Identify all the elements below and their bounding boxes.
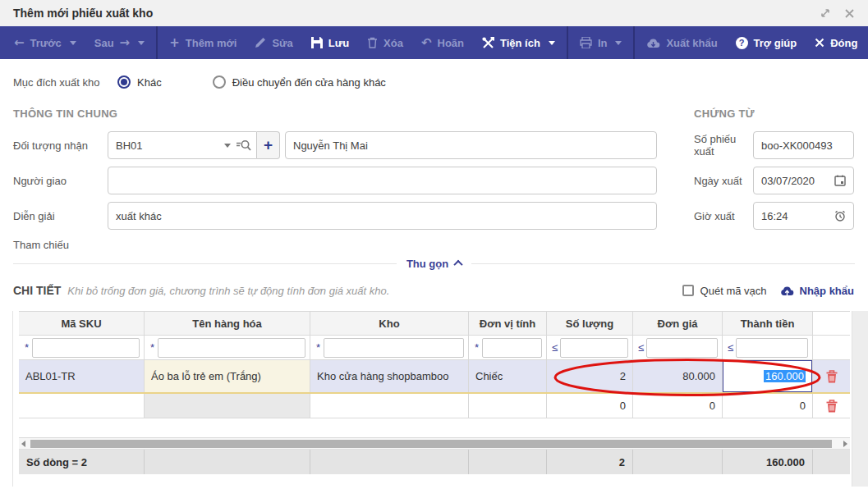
calendar-icon[interactable] <box>834 175 846 186</box>
chevron-down-icon[interactable] <box>615 41 622 45</box>
cell-warehouse[interactable]: Kho cửa hàng shopbamboo <box>310 360 469 392</box>
receiver-label: Đối tượng nhận <box>13 139 108 152</box>
grid-header-row: Mã SKU Tên hàng hóa Kho Đơn vị tính Số l… <box>19 311 850 336</box>
edit-button[interactable]: Sửa <box>246 26 301 59</box>
scroll-left-icon[interactable] <box>21 441 25 447</box>
column-header-name[interactable]: Tên hàng hóa <box>145 312 310 335</box>
table-row-selected[interactable]: ABL01-TR Áo ba lỗ trẻ em (Trắng) Kho cửa… <box>19 360 850 394</box>
delete-row-icon[interactable] <box>826 400 838 413</box>
slip-number-label: Số phiếu xuất <box>694 133 753 158</box>
slip-number-input[interactable] <box>761 139 846 152</box>
filter-input-sku[interactable] <box>32 338 140 358</box>
receiver-combobox[interactable] <box>108 131 257 159</box>
cell-name[interactable]: Áo ba lỗ trẻ em (Trắng) <box>145 360 310 392</box>
filter-operator[interactable]: * <box>21 341 32 354</box>
radio-unselected-icon[interactable] <box>213 75 226 89</box>
delete-row-icon[interactable] <box>826 370 838 383</box>
cell-name[interactable] <box>145 394 310 418</box>
deliverer-box <box>108 167 657 194</box>
print-button[interactable]: In <box>571 26 631 59</box>
next-button[interactable]: Sau → <box>85 26 154 59</box>
cell-quantity[interactable]: 0 <box>547 394 633 418</box>
vertical-scrollbar-track[interactable] <box>852 311 868 487</box>
scrollbar-thumb[interactable] <box>30 440 832 448</box>
column-header-sku[interactable]: Mã SKU <box>19 312 145 335</box>
column-header-unit-price[interactable]: Đơn giá <box>633 312 723 335</box>
cell-warehouse[interactable] <box>310 394 469 418</box>
filter-input-quantity[interactable] <box>560 338 628 358</box>
cell-sku[interactable] <box>19 394 145 418</box>
filter-input-warehouse[interactable] <box>324 338 464 358</box>
close-button[interactable]: Đóng <box>806 26 866 59</box>
detail-grid: Mã SKU Tên hàng hóa Kho Đơn vị tính Số l… <box>19 311 850 474</box>
export-date-input[interactable] <box>761 175 831 187</box>
import-button[interactable]: Nhập khẩu <box>780 285 854 297</box>
deliverer-input[interactable] <box>116 175 649 187</box>
cell-unit-price[interactable]: 0 <box>633 394 723 418</box>
column-header-unit[interactable]: Đơn vị tính <box>469 312 547 335</box>
filter-operator[interactable]: * <box>147 341 158 354</box>
prev-button[interactable]: ← Trước <box>5 26 85 59</box>
cell-unit-price[interactable]: 80.000 <box>633 360 723 392</box>
radio-selected-icon[interactable] <box>117 75 131 89</box>
collapse-link[interactable]: Thu gọn <box>406 258 448 270</box>
chevron-down-icon[interactable] <box>224 144 231 148</box>
cell-amount[interactable]: 0 <box>723 394 813 418</box>
description-input[interactable] <box>116 210 649 222</box>
cell-unit[interactable]: Chiếc <box>469 360 547 392</box>
radio-transfer[interactable]: Điều chuyển đến cửa hàng khác <box>213 75 386 89</box>
horizontal-scrollbar[interactable] <box>19 438 850 450</box>
cell-amount[interactable]: 160.000 <box>723 360 813 392</box>
export-time-input[interactable] <box>761 210 831 222</box>
floppy-icon <box>311 37 323 48</box>
filter-input-unit-price[interactable] <box>646 338 718 358</box>
chevron-down-icon[interactable] <box>549 41 555 45</box>
close-icon[interactable] <box>844 8 855 19</box>
receiver-name-input[interactable] <box>293 139 649 152</box>
receiver-name-box <box>285 131 657 159</box>
close-icon <box>815 38 824 48</box>
filter-input-name[interactable] <box>158 338 305 358</box>
chevron-down-icon[interactable] <box>70 41 76 45</box>
radio-other[interactable]: Khác <box>117 75 162 89</box>
add-new-button[interactable]: + Thêm mới <box>160 26 246 59</box>
receiver-code-input[interactable] <box>116 139 219 152</box>
column-header-quantity[interactable]: Số lượng <box>547 312 633 335</box>
export-date-label: Ngày xuất <box>694 175 753 187</box>
filter-input-amount[interactable] <box>736 338 808 358</box>
slip-number-box <box>753 131 854 159</box>
clock-icon[interactable] <box>834 210 846 222</box>
question-icon: ? <box>736 37 748 49</box>
filter-operator[interactable]: ≤ <box>725 341 736 354</box>
barcode-checkbox[interactable] <box>682 285 694 296</box>
maximize-icon[interactable] <box>820 7 831 19</box>
save-button[interactable]: Lưu <box>302 26 358 59</box>
barcode-checkbox-row[interactable]: Quét mã vạch <box>682 285 767 297</box>
cloud-upload-icon <box>780 286 794 296</box>
cell-quantity[interactable]: 2 <box>547 360 633 392</box>
lookup-search-icon[interactable] <box>236 139 251 152</box>
toolbar: ← Trước Sau → + Thêm mới Sửa Lưu Xóa ↶ H <box>0 26 868 59</box>
filter-input-unit[interactable] <box>482 338 542 358</box>
utilities-button[interactable]: Tiện ích <box>473 26 564 59</box>
column-header-amount[interactable]: Thành tiền <box>723 312 813 335</box>
cell-unit[interactable] <box>469 394 547 418</box>
delete-button[interactable]: Xóa <box>358 26 412 59</box>
printer-icon <box>580 37 592 48</box>
undo-button[interactable]: ↶ Hoãn <box>412 26 473 59</box>
help-button[interactable]: ? Trợ giúp <box>727 26 806 59</box>
chevron-up-icon[interactable] <box>453 260 462 269</box>
chevron-down-icon[interactable] <box>138 41 145 45</box>
filter-operator[interactable]: ≤ <box>549 341 560 354</box>
add-receiver-button[interactable]: + <box>257 131 280 159</box>
filter-operator[interactable]: ≤ <box>636 341 646 354</box>
general-section-title: THÔNG TIN CHUNG <box>13 107 694 120</box>
scroll-right-icon[interactable] <box>843 441 847 447</box>
filter-operator[interactable]: * <box>313 341 324 354</box>
amount-editor[interactable]: 160.000 <box>723 360 812 392</box>
filter-operator[interactable]: * <box>471 341 482 354</box>
export-button[interactable]: Xuất khẩu <box>637 26 726 59</box>
cell-sku[interactable]: ABL01-TR <box>19 360 145 392</box>
column-header-warehouse[interactable]: Kho <box>310 312 469 335</box>
table-row-empty[interactable]: 0 0 0 <box>19 394 850 418</box>
